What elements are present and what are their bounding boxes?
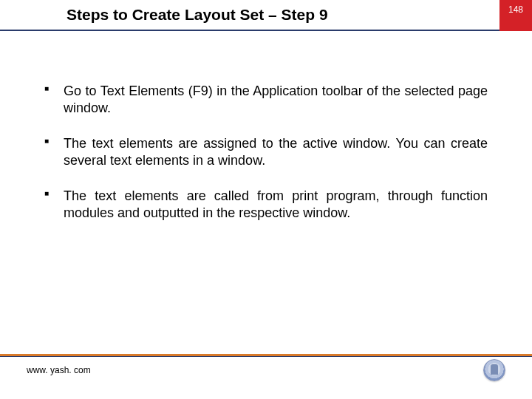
slide: Steps to Create Layout Set – Step 9 148 … [0, 0, 532, 399]
bullet-list: Go to Text Elements (F9) in the Applicat… [44, 83, 488, 221]
slide-header: Steps to Create Layout Set – Step 9 148 [0, 0, 532, 31]
slide-footer: www. yash. com [0, 359, 532, 381]
title-area: Steps to Create Layout Set – Step 9 [0, 0, 499, 31]
footer-url: www. yash. com [27, 365, 91, 375]
page-number: 148 [508, 4, 523, 15]
slide-body: Go to Text Elements (F9) in the Applicat… [0, 31, 532, 221]
company-logo-icon [483, 359, 505, 381]
footer-divider [0, 354, 532, 356]
list-item: Go to Text Elements (F9) in the Applicat… [44, 83, 488, 116]
slide-title: Steps to Create Layout Set – Step 9 [66, 6, 328, 24]
page-number-badge: 148 [499, 0, 532, 31]
list-item: The text elements are assigned to the ac… [44, 135, 488, 168]
list-item: The text elements are called from print … [44, 188, 488, 221]
